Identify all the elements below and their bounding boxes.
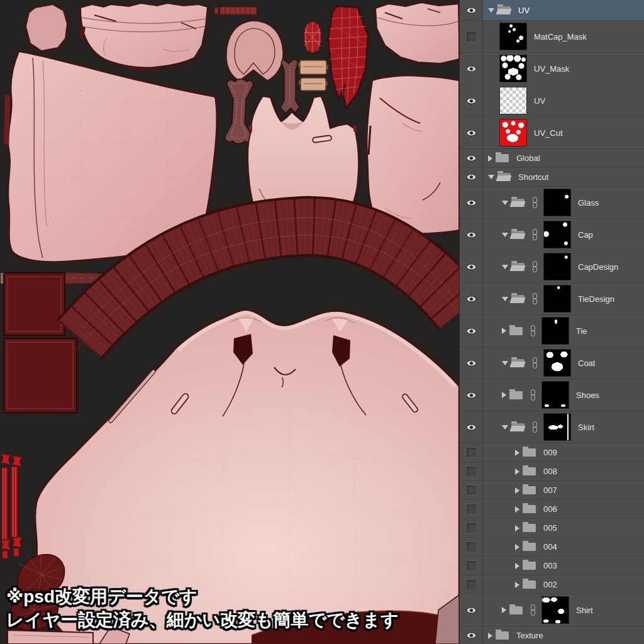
layer-label[interactable]: Global <box>516 153 540 163</box>
visibility-toggle[interactable] <box>460 251 483 283</box>
visibility-toggle[interactable] <box>460 538 483 557</box>
layer-row-glass[interactable]: Glass <box>460 187 644 219</box>
visibility-toggle[interactable] <box>460 347 483 379</box>
collapse-triangle-icon[interactable] <box>488 8 494 13</box>
visibility-toggle[interactable] <box>460 283 483 315</box>
layer-row-007[interactable]: 007 <box>460 481 644 500</box>
layer-row-texture[interactable]: Texture <box>460 626 644 644</box>
collapse-triangle-icon[interactable] <box>488 175 494 179</box>
layer-row-skirt[interactable]: Skirt <box>460 411 644 443</box>
expand-triangle-icon[interactable] <box>515 450 519 456</box>
mask-thumbnail[interactable] <box>543 221 571 248</box>
visibility-toggle[interactable] <box>460 149 483 168</box>
visibility-toggle[interactable] <box>460 85 483 117</box>
mask-thumbnail[interactable] <box>543 253 571 280</box>
layer-thumbnail[interactable] <box>499 23 527 50</box>
layer-row-global[interactable]: Global <box>460 149 644 168</box>
layer-row-uv-group[interactable]: UV <box>460 0 644 21</box>
visibility-toggle[interactable] <box>460 519 483 538</box>
expand-triangle-icon[interactable] <box>488 633 492 639</box>
visibility-toggle[interactable] <box>460 53 483 85</box>
visibility-toggle[interactable] <box>460 219 483 251</box>
expand-triangle-icon[interactable] <box>515 525 519 531</box>
layer-row-uv-mask[interactable]: UV_Mask <box>460 53 644 85</box>
visibility-toggle[interactable] <box>460 379 483 411</box>
visibility-toggle[interactable] <box>460 0 483 21</box>
layer-row-shoes[interactable]: Shoes <box>460 379 644 411</box>
visibility-checkbox-empty[interactable] <box>466 504 477 514</box>
layer-label[interactable]: Glass <box>578 198 599 208</box>
layer-row-005[interactable]: 005 <box>460 519 644 538</box>
layer-row-capdesign[interactable]: CapDesign <box>460 251 644 283</box>
layer-label[interactable]: Skirt <box>578 423 594 432</box>
visibility-toggle[interactable] <box>460 575 483 594</box>
expand-triangle-icon[interactable] <box>515 563 519 569</box>
layer-label[interactable]: MatCap_Mask <box>534 32 587 42</box>
expand-triangle-icon[interactable] <box>502 392 506 398</box>
layer-row-shortcut[interactable]: Shortcut <box>460 168 644 187</box>
layer-row-uv[interactable]: UV <box>460 85 644 117</box>
layer-label[interactable]: 006 <box>543 504 557 514</box>
layer-label[interactable]: Shortcut <box>518 172 548 182</box>
collapse-triangle-icon[interactable] <box>502 265 508 269</box>
collapse-triangle-icon[interactable] <box>502 361 508 365</box>
mask-thumbnail[interactable] <box>543 349 571 377</box>
visibility-toggle[interactable] <box>460 500 483 519</box>
layer-label[interactable]: Tie <box>576 326 587 336</box>
layer-label[interactable]: UV <box>534 96 545 106</box>
visibility-toggle[interactable] <box>460 411 483 443</box>
mask-thumbnail[interactable] <box>543 189 571 216</box>
layer-label[interactable]: Cap <box>578 230 593 240</box>
layer-row-coat[interactable]: Coat <box>460 347 644 379</box>
layer-row-006[interactable]: 006 <box>460 500 644 519</box>
collapse-triangle-icon[interactable] <box>502 425 508 430</box>
expand-triangle-icon[interactable] <box>502 607 506 613</box>
layer-label[interactable]: TieDesign <box>578 294 614 304</box>
visibility-toggle[interactable] <box>460 21 483 53</box>
expand-triangle-icon[interactable] <box>502 328 506 334</box>
visibility-checkbox-empty[interactable] <box>466 579 477 590</box>
layer-label[interactable]: 009 <box>543 448 557 457</box>
mask-thumbnail[interactable] <box>541 317 569 345</box>
layer-row-008[interactable]: 008 <box>460 462 644 481</box>
visibility-checkbox-empty[interactable] <box>466 466 477 477</box>
expand-triangle-icon[interactable] <box>488 155 492 162</box>
layer-row-tiedesign[interactable]: TieDesign <box>460 283 644 315</box>
layer-row-009[interactable]: 009 <box>460 443 644 462</box>
layer-thumbnail[interactable] <box>499 55 527 82</box>
layer-label[interactable]: 007 <box>543 486 557 495</box>
expand-triangle-icon[interactable] <box>515 582 519 588</box>
layer-label[interactable]: 003 <box>543 561 557 570</box>
layer-label[interactable]: Shoes <box>576 391 599 400</box>
layer-row-004[interactable]: 004 <box>460 538 644 557</box>
mask-thumbnail[interactable] <box>543 413 571 441</box>
layer-label[interactable]: CapDesign <box>578 262 618 272</box>
visibility-toggle[interactable] <box>460 117 483 149</box>
layer-row-uv-cut[interactable]: UV_Cut <box>460 117 644 149</box>
layer-thumbnail[interactable] <box>499 119 527 147</box>
collapse-triangle-icon[interactable] <box>502 297 508 301</box>
visibility-checkbox-empty[interactable] <box>466 447 477 458</box>
visibility-toggle[interactable] <box>460 315 483 347</box>
visibility-checkbox-empty[interactable] <box>466 523 477 533</box>
visibility-toggle[interactable] <box>460 462 483 481</box>
layer-row-shirt[interactable]: Shirt <box>460 594 644 626</box>
visibility-toggle[interactable] <box>460 626 483 644</box>
layer-label[interactable]: Texture <box>516 631 543 640</box>
layer-row-002[interactable]: 002 <box>460 575 644 594</box>
layer-row-003[interactable]: 003 <box>460 557 644 575</box>
layer-label[interactable]: Shirt <box>576 606 593 615</box>
expand-triangle-icon[interactable] <box>515 506 519 513</box>
layer-row-matcap-mask[interactable]: MatCap_Mask <box>460 21 644 53</box>
mask-thumbnail[interactable] <box>541 381 569 409</box>
visibility-toggle[interactable] <box>460 443 483 462</box>
layer-label[interactable]: 004 <box>543 542 557 552</box>
mask-thumbnail[interactable] <box>543 285 571 313</box>
layer-row-cap[interactable]: Cap <box>460 219 644 251</box>
collapse-triangle-icon[interactable] <box>502 201 508 205</box>
mask-thumbnail[interactable] <box>541 596 569 624</box>
visibility-checkbox-empty[interactable] <box>466 541 477 552</box>
layer-label[interactable]: UV_Mask <box>534 64 569 74</box>
visibility-toggle[interactable] <box>460 557 483 575</box>
collapse-triangle-icon[interactable] <box>502 233 508 237</box>
